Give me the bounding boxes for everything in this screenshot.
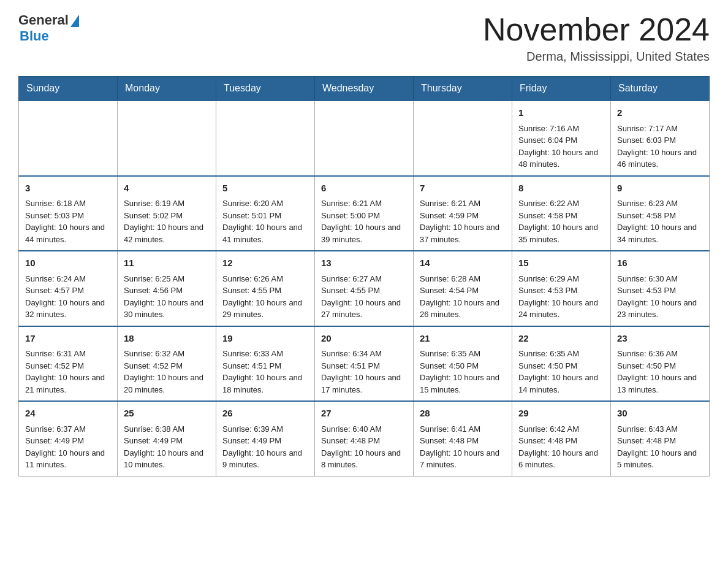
- sunrise-text: Sunrise: 6:24 AM: [25, 273, 111, 285]
- cell-week2-day1: 3Sunrise: 6:18 AMSunset: 5:03 PMDaylight…: [19, 176, 118, 251]
- daylight-text: Daylight: 10 hours and 39 minutes.: [321, 221, 407, 245]
- sunset-text: Sunset: 4:55 PM: [321, 285, 407, 297]
- day-number: 26: [222, 407, 308, 421]
- header-thursday: Thursday: [414, 77, 512, 101]
- cell-week2-day3: 5Sunrise: 6:20 AMSunset: 5:01 PMDaylight…: [216, 176, 315, 251]
- daylight-text: Daylight: 10 hours and 26 minutes.: [420, 297, 506, 321]
- daylight-text: Daylight: 10 hours and 46 minutes.: [617, 147, 703, 170]
- daylight-text: Daylight: 10 hours and 5 minutes.: [617, 447, 703, 471]
- daylight-text: Daylight: 10 hours and 37 minutes.: [420, 221, 506, 245]
- header-sunday: Sunday: [19, 77, 118, 101]
- cell-week3-day3: 12Sunrise: 6:26 AMSunset: 4:55 PMDayligh…: [216, 251, 315, 326]
- day-number: 6: [321, 182, 407, 196]
- cell-week2-day4: 6Sunrise: 6:21 AMSunset: 5:00 PMDaylight…: [315, 176, 414, 251]
- header-saturday: Saturday: [611, 77, 710, 101]
- sunset-text: Sunset: 4:58 PM: [617, 210, 703, 222]
- day-number: 7: [420, 182, 506, 196]
- sunrise-text: Sunrise: 6:35 AM: [420, 348, 506, 360]
- week-row-2: 3Sunrise: 6:18 AMSunset: 5:03 PMDaylight…: [19, 176, 710, 251]
- day-number: 28: [420, 407, 506, 421]
- sunrise-text: Sunrise: 6:25 AM: [124, 273, 210, 285]
- sunset-text: Sunset: 4:51 PM: [321, 360, 407, 372]
- daylight-text: Daylight: 10 hours and 24 minutes.: [518, 297, 604, 321]
- logo-triangle-icon: [70, 15, 79, 27]
- day-number: 4: [124, 182, 210, 196]
- sunset-text: Sunset: 5:02 PM: [124, 210, 210, 222]
- cell-week4-day3: 19Sunrise: 6:33 AMSunset: 4:51 PMDayligh…: [216, 326, 315, 402]
- sunrise-text: Sunrise: 6:41 AM: [420, 423, 506, 435]
- cell-week2-day6: 8Sunrise: 6:22 AMSunset: 4:58 PMDaylight…: [512, 176, 611, 251]
- day-number: 11: [124, 256, 210, 270]
- cell-week1-day1: [19, 101, 118, 176]
- sunset-text: Sunset: 4:54 PM: [420, 285, 506, 297]
- sunrise-text: Sunrise: 6:39 AM: [222, 423, 308, 435]
- sunrise-text: Sunrise: 6:31 AM: [25, 348, 111, 360]
- day-number: 9: [617, 182, 703, 196]
- daylight-text: Daylight: 10 hours and 35 minutes.: [518, 221, 604, 245]
- daylight-text: Daylight: 10 hours and 21 minutes.: [25, 372, 111, 396]
- sunrise-text: Sunrise: 6:43 AM: [617, 423, 703, 435]
- header-tuesday: Tuesday: [216, 77, 315, 101]
- day-number: 14: [420, 256, 506, 270]
- sunset-text: Sunset: 4:48 PM: [321, 435, 407, 447]
- cell-week1-day7: 2Sunrise: 7:17 AMSunset: 6:03 PMDaylight…: [611, 101, 710, 176]
- day-number: 21: [420, 332, 506, 346]
- day-number: 24: [25, 407, 111, 421]
- cell-week5-day6: 29Sunrise: 6:42 AMSunset: 4:48 PMDayligh…: [512, 401, 611, 476]
- cell-week3-day4: 13Sunrise: 6:27 AMSunset: 4:55 PMDayligh…: [315, 251, 414, 326]
- cell-week1-day2: [118, 101, 216, 176]
- cell-week1-day6: 1Sunrise: 7:16 AMSunset: 6:04 PMDaylight…: [512, 101, 611, 176]
- cell-week4-day4: 20Sunrise: 6:34 AMSunset: 4:51 PMDayligh…: [315, 326, 414, 402]
- daylight-text: Daylight: 10 hours and 18 minutes.: [222, 372, 308, 396]
- cell-week4-day5: 21Sunrise: 6:35 AMSunset: 4:50 PMDayligh…: [414, 326, 512, 402]
- daylight-text: Daylight: 10 hours and 32 minutes.: [25, 297, 111, 321]
- sunset-text: Sunset: 4:52 PM: [124, 360, 210, 372]
- day-number: 22: [518, 332, 604, 346]
- cell-week3-day5: 14Sunrise: 6:28 AMSunset: 4:54 PMDayligh…: [414, 251, 512, 326]
- day-number: 8: [518, 182, 604, 196]
- cell-week5-day3: 26Sunrise: 6:39 AMSunset: 4:49 PMDayligh…: [216, 401, 315, 476]
- sunset-text: Sunset: 4:53 PM: [617, 285, 703, 297]
- cell-week4-day2: 18Sunrise: 6:32 AMSunset: 4:52 PMDayligh…: [118, 326, 216, 402]
- sunset-text: Sunset: 5:01 PM: [222, 210, 308, 222]
- sunset-text: Sunset: 4:59 PM: [420, 210, 506, 222]
- day-number: 10: [25, 256, 111, 270]
- sunset-text: Sunset: 4:50 PM: [518, 360, 604, 372]
- daylight-text: Daylight: 10 hours and 30 minutes.: [124, 297, 210, 321]
- sunset-text: Sunset: 4:52 PM: [25, 360, 111, 372]
- sunrise-text: Sunrise: 6:26 AM: [222, 273, 308, 285]
- day-number: 25: [124, 407, 210, 421]
- week-row-4: 17Sunrise: 6:31 AMSunset: 4:52 PMDayligh…: [19, 326, 710, 402]
- cell-week4-day1: 17Sunrise: 6:31 AMSunset: 4:52 PMDayligh…: [19, 326, 118, 402]
- cell-week2-day7: 9Sunrise: 6:23 AMSunset: 4:58 PMDaylight…: [611, 176, 710, 251]
- cell-week5-day1: 24Sunrise: 6:37 AMSunset: 4:49 PMDayligh…: [19, 401, 118, 476]
- sunrise-text: Sunrise: 6:20 AM: [222, 197, 308, 210]
- sunrise-text: Sunrise: 6:22 AM: [518, 197, 604, 210]
- daylight-text: Daylight: 10 hours and 9 minutes.: [222, 447, 308, 471]
- cell-week1-day3: [216, 101, 315, 176]
- sunset-text: Sunset: 4:48 PM: [617, 435, 703, 447]
- day-number: 18: [124, 332, 210, 346]
- day-number: 20: [321, 332, 407, 346]
- sunrise-text: Sunrise: 6:27 AM: [321, 273, 407, 285]
- sunrise-text: Sunrise: 6:18 AM: [25, 197, 111, 210]
- cell-week3-day7: 16Sunrise: 6:30 AMSunset: 4:53 PMDayligh…: [611, 251, 710, 326]
- cell-week3-day1: 10Sunrise: 6:24 AMSunset: 4:57 PMDayligh…: [19, 251, 118, 326]
- day-number: 19: [222, 332, 308, 346]
- cell-week2-day2: 4Sunrise: 6:19 AMSunset: 5:02 PMDaylight…: [118, 176, 216, 251]
- header-friday: Friday: [512, 77, 611, 101]
- sunrise-text: Sunrise: 6:23 AM: [617, 197, 703, 210]
- cell-week1-day4: [315, 101, 414, 176]
- sunrise-text: Sunrise: 6:28 AM: [420, 273, 506, 285]
- sunrise-text: Sunrise: 6:19 AM: [124, 197, 210, 210]
- sunset-text: Sunset: 4:56 PM: [124, 285, 210, 297]
- logo-general-text: General: [18, 12, 69, 28]
- daylight-text: Daylight: 10 hours and 7 minutes.: [420, 447, 506, 471]
- day-number: 1: [518, 106, 604, 120]
- sunrise-text: Sunrise: 6:35 AM: [518, 348, 604, 360]
- sunset-text: Sunset: 4:49 PM: [124, 435, 210, 447]
- day-number: 15: [518, 256, 604, 270]
- sunset-text: Sunset: 5:03 PM: [25, 210, 111, 222]
- location-subtitle: Derma, Mississippi, United States: [483, 50, 710, 64]
- sunrise-text: Sunrise: 6:42 AM: [518, 423, 604, 435]
